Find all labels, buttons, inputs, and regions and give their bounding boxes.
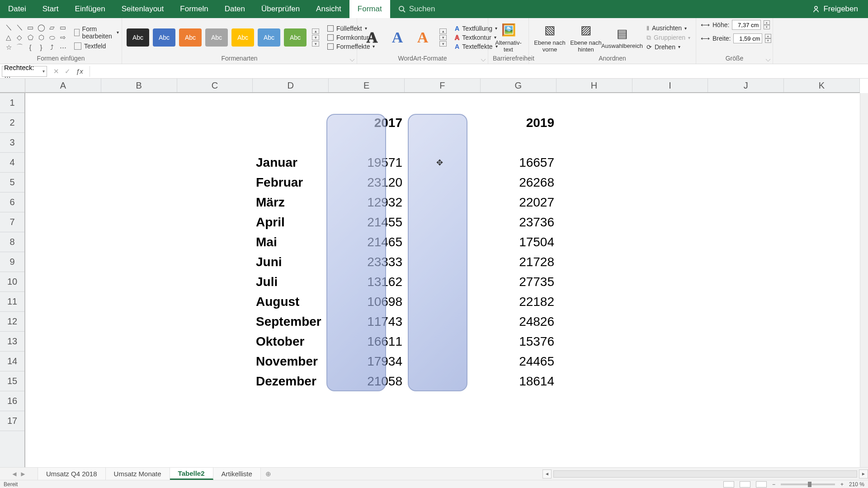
formula-bar[interactable] [90,66,868,77]
row-header-4[interactable]: 4 [0,153,24,173]
row-header-2[interactable]: 2 [0,113,24,133]
sheet-tab-0[interactable]: Umsatz Q4 2018 [38,468,106,480]
row-header-15[interactable]: 15 [0,371,24,391]
name-box[interactable]: Rechteck: … ▾ [2,66,47,77]
cell-D8[interactable]: Mai [253,232,329,252]
row-headers[interactable]: 1234567891011121314151617 [0,93,25,471]
cell-D5[interactable]: Februar [253,173,329,192]
style-swatch-orange[interactable] [179,28,202,47]
menu-datei[interactable]: Datei [0,0,34,18]
row-header-7[interactable]: 7 [0,212,24,232]
wordart-style-1[interactable]: A [362,27,382,48]
fx-icon[interactable]: ƒx [76,67,83,75]
bring-forward-button[interactable]: ▧Ebene nach vorne [533,22,566,53]
sheet-tab-3[interactable]: Artikelliste [213,468,261,480]
name-box-dropdown-icon[interactable]: ▾ [42,69,45,74]
horizontal-scrollbar[interactable]: ◄► [542,468,868,480]
select-all-corner[interactable] [0,79,25,93]
col-header-E[interactable]: E [329,79,405,92]
cell-G10[interactable]: 27735 [481,272,557,292]
view-layout-button[interactable] [740,481,750,488]
cell-G5[interactable]: 26268 [481,173,557,192]
wordart-style-2[interactable]: A [387,27,408,48]
cell-D11[interactable]: August [253,292,329,312]
col-header-K[interactable]: K [784,79,860,92]
menu-format[interactable]: Format [349,0,390,18]
cell-G7[interactable]: 23736 [481,212,557,232]
cell-G8[interactable]: 17504 [481,232,557,252]
align-button[interactable]: ⫴Ausrichten▾ [646,24,690,32]
rotate-button[interactable]: ⟳Drehen▾ [646,43,690,51]
menu-ansicht[interactable]: Ansicht [308,0,349,18]
shape-gallery[interactable]: ＼＼▭◯▱▭ △◇⬠⬡⬭⇨ ☆⌒{}⤴⋯ [5,23,67,52]
style-swatch-lblue[interactable] [258,28,280,47]
view-normal-button[interactable] [723,481,734,488]
style-swatch-black[interactable] [127,28,149,47]
sheet-tab-1[interactable]: Umsatz Monate [106,468,170,480]
column-headers[interactable]: ABCDEFGHIJK [25,79,860,93]
style-gallery-scroll[interactable]: ▴▾▾ [312,28,319,47]
cell-D10[interactable]: Juli [253,272,329,292]
wordart-gallery[interactable]: A A A ▴▾▾ [362,27,447,48]
cell-G15[interactable]: 18614 [481,371,557,391]
col-header-G[interactable]: G [481,79,557,92]
share-button[interactable]: Freigeben [802,0,868,18]
wordart-style-3[interactable]: A [412,27,433,48]
cell-G12[interactable]: 24826 [481,312,557,332]
row-header-5[interactable]: 5 [0,173,24,192]
row-header-12[interactable]: 12 [0,312,24,332]
col-header-A[interactable]: A [25,79,101,92]
row-header-17[interactable]: 17 [0,411,24,431]
wordart-gallery-scroll[interactable]: ▴▾▾ [439,28,447,47]
col-header-B[interactable]: B [101,79,177,92]
menu-start[interactable]: Start [34,0,67,18]
width-input[interactable] [733,33,762,43]
send-backward-button[interactable]: ▨Ebene nach hinten [570,22,602,53]
menu-daten[interactable]: Daten [217,0,253,18]
confirm-edit-icon[interactable]: ✓ [65,67,71,75]
row-header-9[interactable]: 9 [0,252,24,272]
col-header-F[interactable]: F [405,79,481,92]
cancel-edit-icon[interactable]: ✕ [53,67,59,75]
cells-area[interactable]: 20172019Januar1957116657Februar231202626… [25,93,860,471]
cell-G4[interactable]: 16657 [481,153,557,173]
alt-text-button[interactable]: 🖼️ Alternativ­text [493,22,524,53]
cell-G13[interactable]: 15376 [481,332,557,352]
style-swatch-gray[interactable] [205,28,228,47]
row-header-3[interactable]: 3 [0,133,24,153]
cell-D7[interactable]: April [253,212,329,232]
cell-G14[interactable]: 24465 [481,352,557,371]
cell-G9[interactable]: 21728 [481,252,557,272]
menu-seitenlayout[interactable]: Seitenlayout [113,0,172,18]
worksheet-grid[interactable]: ABCDEFGHIJK 1234567891011121314151617 20… [0,79,868,471]
cell-D9[interactable]: Juni [253,252,329,272]
row-header-16[interactable]: 16 [0,391,24,411]
shape-rect-selected[interactable] [408,114,467,391]
zoom-slider[interactable] [781,483,835,485]
menu-formeln[interactable]: Formeln [172,0,216,18]
cell-G6[interactable]: 22027 [481,192,557,212]
row-header-10[interactable]: 10 [0,272,24,292]
row-header-6[interactable]: 6 [0,192,24,212]
width-stepper[interactable]: ▴▾ [765,34,771,43]
add-sheet-button[interactable]: ⊕ [261,468,276,480]
shape-style-gallery[interactable]: ▴▾▾ [127,28,319,47]
menu-ueberpruefen[interactable]: Überprüfen [253,0,308,18]
cell-D15[interactable]: Dezember [253,371,329,391]
row-header-1[interactable]: 1 [0,93,24,113]
text-box-button[interactable]: Textfeld [74,42,119,50]
selection-pane-button[interactable]: ▤Auswahlbereich [606,25,638,49]
row-header-13[interactable]: 13 [0,332,24,352]
vertical-scrollbar[interactable] [860,93,868,471]
col-header-H[interactable]: H [557,79,632,92]
group-button[interactable]: ⧉Gruppieren▾ [646,34,690,42]
row-header-14[interactable]: 14 [0,352,24,371]
cell-D14[interactable]: November [253,352,329,371]
cell-D6[interactable]: März [253,192,329,212]
cell-D13[interactable]: Oktober [253,332,329,352]
cell-D4[interactable]: Januar [253,153,329,173]
style-swatch-yellow[interactable] [231,28,254,47]
sheet-nav[interactable]: ◄ ► [0,468,38,480]
zoom-plus[interactable]: + [840,481,844,488]
cell-G11[interactable]: 22182 [481,292,557,312]
